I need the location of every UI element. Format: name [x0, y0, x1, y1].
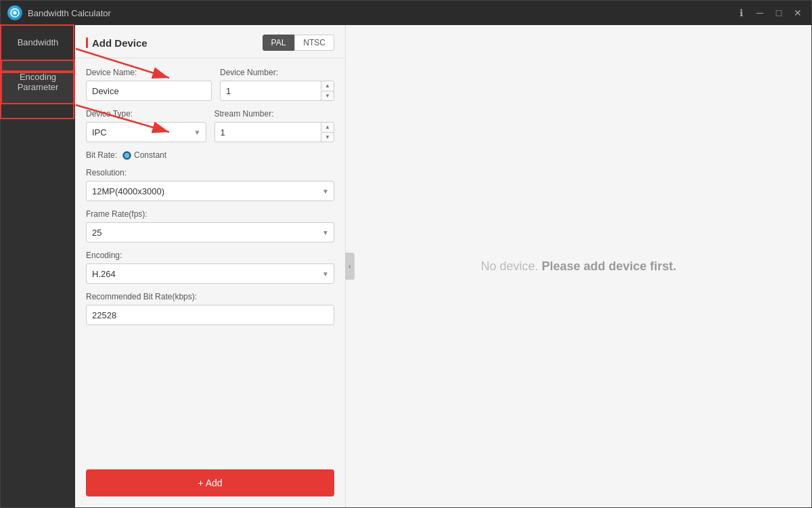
- recommended-bitrate-input[interactable]: [86, 305, 334, 325]
- device-number-label: Device Number:: [220, 68, 334, 77]
- device-name-group: Device Name:: [86, 68, 212, 101]
- ntsc-button[interactable]: NTSC: [294, 35, 334, 51]
- app-title: Bandwidth Calculator: [28, 8, 729, 18]
- device-number-group: Device Number: ▲ ▼: [220, 68, 334, 101]
- encoding-label: Encoding:: [86, 251, 334, 260]
- device-number-spinner-btns: ▲ ▼: [321, 81, 334, 100]
- add-device-button[interactable]: + Add: [86, 469, 334, 496]
- device-number-input[interactable]: [221, 86, 321, 96]
- bitrate-label: Bit Rate:: [86, 150, 117, 160]
- device-type-select[interactable]: IPC DVR NVR PTZ: [86, 122, 206, 142]
- app-logo: [7, 5, 22, 20]
- sidebar-item-encoding-parameter[interactable]: Encoding Parameter: [1, 60, 75, 104]
- device-area: No device. Please add device first.: [346, 25, 811, 507]
- resolution-select[interactable]: 12MP(4000x3000) 8MP(3840x2160) 5MP(2592x…: [86, 181, 334, 201]
- info-button[interactable]: ℹ: [734, 6, 748, 20]
- encoding-select-wrapper: H.264 H.265 MJPEG ▼: [86, 263, 334, 284]
- framerate-select-wrapper: 25 30 15 10 5 ▼: [86, 222, 334, 242]
- maximize-button[interactable]: □: [772, 6, 786, 20]
- device-type-stream-row: Device Type: IPC DVR NVR PTZ ▼: [86, 109, 334, 142]
- device-number-spinner: ▲ ▼: [220, 81, 334, 101]
- framerate-label: Frame Rate(fps):: [86, 209, 334, 219]
- framerate-group: Frame Rate(fps): 25 30 15 10 5 ▼: [86, 209, 334, 242]
- minimize-button[interactable]: ─: [753, 6, 767, 20]
- stream-number-down[interactable]: ▼: [321, 133, 334, 142]
- main-layout: Bandwidth Encoding Parameter Add Device …: [1, 25, 811, 507]
- framerate-select[interactable]: 25 30 15 10 5: [86, 222, 334, 242]
- device-name-number-row: Device Name: Device Number: ▲ ▼: [86, 68, 334, 101]
- form-body: Device Name: Device Number: ▲ ▼: [75, 58, 345, 461]
- recommended-bitrate-group: Recommended Bit Rate(kbps):: [86, 292, 334, 325]
- title-accent-bar: [86, 37, 88, 48]
- bitrate-constant-label: Constant: [134, 150, 166, 160]
- device-name-label: Device Name:: [86, 68, 212, 77]
- window-controls: ℹ ─ □ ✕: [734, 6, 805, 20]
- encoding-group: Encoding: H.264 H.265 MJPEG ▼: [86, 251, 334, 284]
- encoding-select[interactable]: H.264 H.265 MJPEG: [86, 263, 334, 284]
- pal-button[interactable]: PAL: [263, 35, 295, 51]
- form-footer: + Add: [75, 461, 345, 507]
- recommended-bitrate-label: Recommended Bit Rate(kbps):: [86, 292, 334, 301]
- collapse-panel-button[interactable]: ‹: [345, 253, 355, 280]
- device-name-input[interactable]: [86, 81, 212, 101]
- bitrate-constant-radio[interactable]: [122, 151, 131, 160]
- device-type-label: Device Type:: [86, 109, 206, 119]
- stream-number-up[interactable]: ▲: [321, 123, 334, 133]
- bitrate-row: Bit Rate: Constant: [86, 150, 334, 160]
- close-button[interactable]: ✕: [791, 6, 805, 20]
- stream-number-input[interactable]: [215, 127, 321, 137]
- form-header: Add Device PAL NTSC: [75, 25, 345, 58]
- bitrate-radio-group: Constant: [122, 150, 166, 160]
- content-panel: Add Device PAL NTSC Device Name:: [75, 25, 811, 507]
- sidebar-item-bandwidth[interactable]: Bandwidth: [1, 25, 75, 60]
- sidebar: Bandwidth Encoding Parameter: [1, 25, 75, 507]
- stream-number-label: Stream Number:: [215, 109, 335, 119]
- resolution-label: Resolution:: [86, 168, 334, 177]
- device-number-down[interactable]: ▼: [321, 91, 334, 101]
- stream-number-spinner: ▲ ▼: [215, 122, 335, 142]
- stream-number-spinner-btns: ▲ ▼: [321, 123, 334, 142]
- resolution-select-wrapper: 12MP(4000x3000) 8MP(3840x2160) 5MP(2592x…: [86, 181, 334, 201]
- pal-ntsc-toggle: PAL NTSC: [263, 35, 334, 51]
- no-device-message: No device. Please add device first.: [480, 259, 676, 274]
- svg-point-1: [14, 12, 17, 15]
- device-type-group: Device Type: IPC DVR NVR PTZ ▼: [86, 109, 206, 142]
- form-area: Add Device PAL NTSC Device Name:: [75, 25, 346, 507]
- stream-number-group: Stream Number: ▲ ▼: [215, 109, 335, 142]
- resolution-group: Resolution: 12MP(4000x3000) 8MP(3840x216…: [86, 168, 334, 201]
- app-window: Bandwidth Calculator ℹ ─ □ ✕ Bandwidth E…: [0, 0, 812, 508]
- device-type-select-wrapper: IPC DVR NVR PTZ ▼: [86, 122, 206, 142]
- form-title: Add Device: [86, 37, 148, 49]
- titlebar: Bandwidth Calculator ℹ ─ □ ✕: [1, 1, 811, 25]
- device-number-up[interactable]: ▲: [321, 81, 334, 91]
